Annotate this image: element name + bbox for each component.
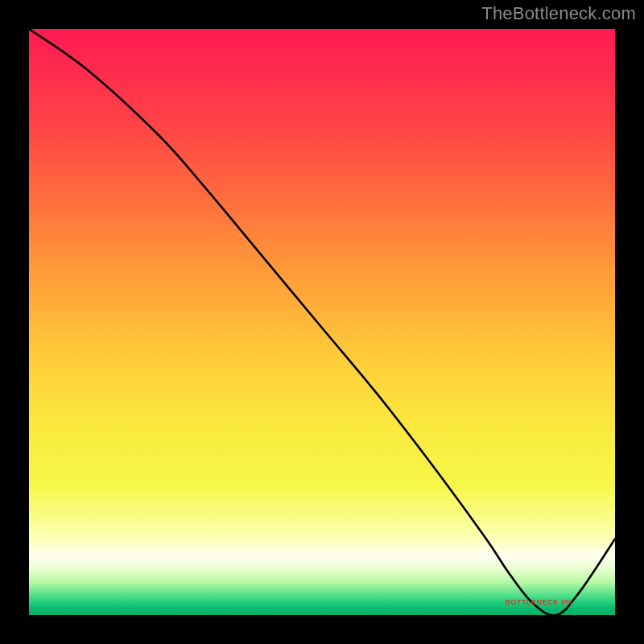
bottleneck-curve bbox=[29, 29, 615, 616]
chart-svg bbox=[29, 29, 615, 615]
chart-stage: TheBottleneck.com BOTTLENECK 0% bbox=[0, 0, 644, 644]
attribution-text: TheBottleneck.com bbox=[481, 3, 636, 24]
minimum-label: BOTTLENECK 0% bbox=[506, 598, 573, 606]
plot-area: BOTTLENECK 0% bbox=[29, 29, 615, 615]
